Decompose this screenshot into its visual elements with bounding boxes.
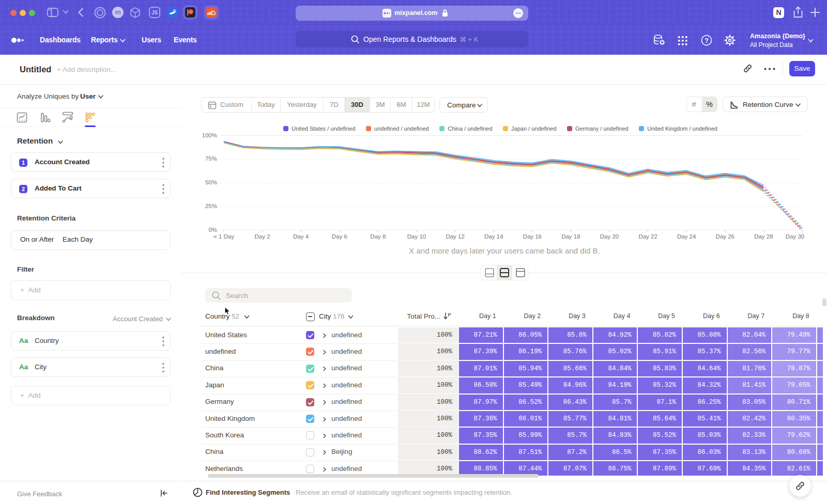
svg-text:?: ? [705, 37, 708, 44]
